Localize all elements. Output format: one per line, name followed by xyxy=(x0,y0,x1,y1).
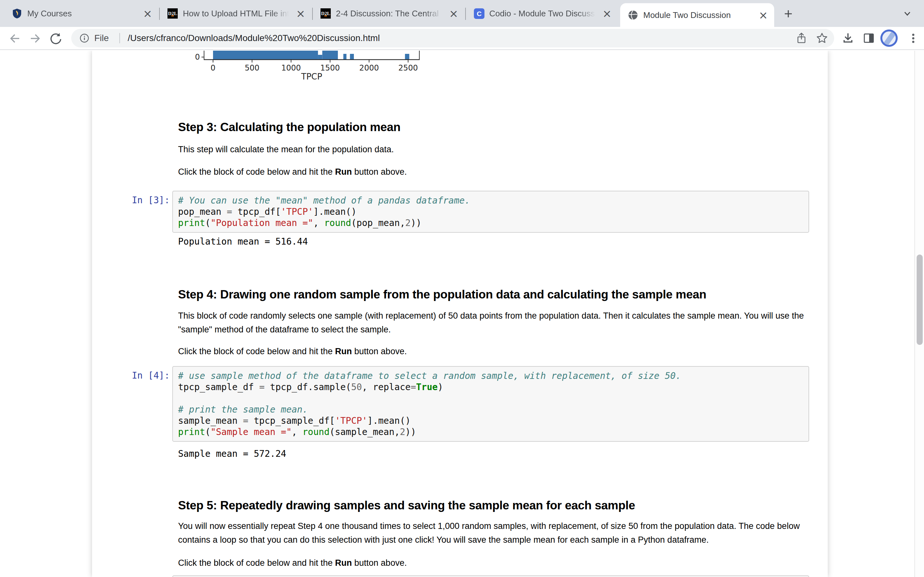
scheme-chip: File xyxy=(94,33,109,43)
tab-title: How to Upload HTML File into xyxy=(183,9,291,19)
url-text[interactable]: /Users/cfranco/Downloads/Module%20Two%20… xyxy=(128,33,719,43)
code-cell-in5-partial[interactable] xyxy=(172,575,809,577)
svg-text:2000: 2000 xyxy=(359,63,379,73)
output-sample-mean: Sample mean = 572.24 xyxy=(178,448,286,460)
svg-text:1000: 1000 xyxy=(281,63,301,73)
globe-icon xyxy=(628,10,638,20)
tab-title: 2-4 Discussion: The Central Li xyxy=(336,9,444,19)
back-button[interactable] xyxy=(8,31,22,45)
browser-toolbar: File /Users/cfranco/Downloads/Module%20T… xyxy=(0,27,924,50)
side-panel-icon[interactable] xyxy=(862,31,876,45)
downloads-icon[interactable] xyxy=(841,31,855,45)
browser-menu-kebab-icon[interactable] xyxy=(907,31,919,45)
tab-title: Module Two Discussion xyxy=(643,10,754,20)
tab-title: Codio - Module Two Discussio xyxy=(489,9,598,19)
step3-heading: Step 3: Calculating the population mean xyxy=(178,121,401,134)
svg-text:2500: 2500 xyxy=(398,63,418,73)
svg-text:TPCP: TPCP xyxy=(301,72,322,81)
tpcp-histogram: 005001000150020002500TPCP xyxy=(195,51,426,81)
forward-button[interactable] xyxy=(28,31,42,45)
code-cell-in4[interactable]: # use sample method of the dataframe to … xyxy=(172,366,809,442)
new-tab-button[interactable] xyxy=(782,8,795,21)
step4-click-instruction: Click the block of code below and hit th… xyxy=(178,346,407,357)
tab-module-two-discussion[interactable]: Module Two Discussion × xyxy=(620,3,774,27)
step4-heading: Step 4: Drawing one random sample from t… xyxy=(178,288,706,301)
info-icon[interactable] xyxy=(79,33,89,43)
step3-click-instruction: Click the block of code below and hit th… xyxy=(178,166,407,177)
tab-close-icon[interactable]: × xyxy=(294,7,307,20)
tab-codio[interactable]: C Codio - Module Two Discussio × xyxy=(466,0,618,27)
step5-paragraph: You will now essentially repeat Step 4 o… xyxy=(178,519,818,547)
codio-icon: C xyxy=(474,8,484,19)
tab-24-discussion[interactable]: D2L 2-4 Discussion: The Central Li × xyxy=(313,0,465,27)
tab-close-icon[interactable]: × xyxy=(447,7,460,20)
avatar-image xyxy=(882,31,896,45)
d2l-icon: D2L xyxy=(168,8,178,19)
tab-close-icon[interactable]: × xyxy=(141,7,154,20)
tab-how-to-upload[interactable]: D2L How to Upload HTML File into × xyxy=(160,0,312,27)
page-content: 005001000150020002500TPCP Step 3: Calcul… xyxy=(0,51,924,577)
step3-paragraph: This step will calculate the mean for th… xyxy=(178,143,394,155)
tab-close-icon[interactable]: × xyxy=(601,7,614,20)
tab-list-chevron-icon[interactable] xyxy=(900,8,914,20)
svg-text:500: 500 xyxy=(245,63,260,73)
notebook-container: 005001000150020002500TPCP Step 3: Calcul… xyxy=(92,51,828,577)
input-prompt-3: In [3]: xyxy=(125,195,170,205)
svg-text:1500: 1500 xyxy=(320,63,340,73)
browser-window: My Courses × D2L How to Upload HTML File… xyxy=(0,0,924,577)
step5-click-instruction: Click the block of code below and hit th… xyxy=(178,557,407,569)
address-bar[interactable]: File /Users/cfranco/Downloads/Module%20T… xyxy=(71,29,834,47)
step5-heading: Step 5: Repeatedly drawing samples and s… xyxy=(178,499,635,512)
bookmark-star-icon[interactable] xyxy=(816,32,829,45)
tab-separator xyxy=(465,8,466,20)
page-scrollbar[interactable] xyxy=(914,51,924,577)
code-cell-in3[interactable]: # You can use the "mean" method of a pan… xyxy=(172,191,809,233)
d2l-icon: D2L xyxy=(320,8,331,19)
snhu-shield-icon xyxy=(12,8,22,19)
tab-title: My Courses xyxy=(27,9,138,19)
svg-text:0: 0 xyxy=(210,63,215,73)
profile-avatar[interactable] xyxy=(880,29,898,47)
address-divider xyxy=(120,33,120,43)
output-population-mean: Population mean = 516.44 xyxy=(178,236,308,247)
share-icon[interactable] xyxy=(795,32,808,45)
input-prompt-4: In [4]: xyxy=(125,370,170,381)
step4-paragraph: This block of code randomly selects one … xyxy=(178,309,818,337)
tab-close-icon[interactable]: × xyxy=(757,9,770,21)
scrollbar-thumb[interactable] xyxy=(917,255,923,345)
tab-strip: My Courses × D2L How to Upload HTML File… xyxy=(0,0,924,27)
svg-text:0: 0 xyxy=(195,53,200,61)
reload-button[interactable] xyxy=(49,31,63,45)
tab-my-courses[interactable]: My Courses × xyxy=(4,0,158,27)
